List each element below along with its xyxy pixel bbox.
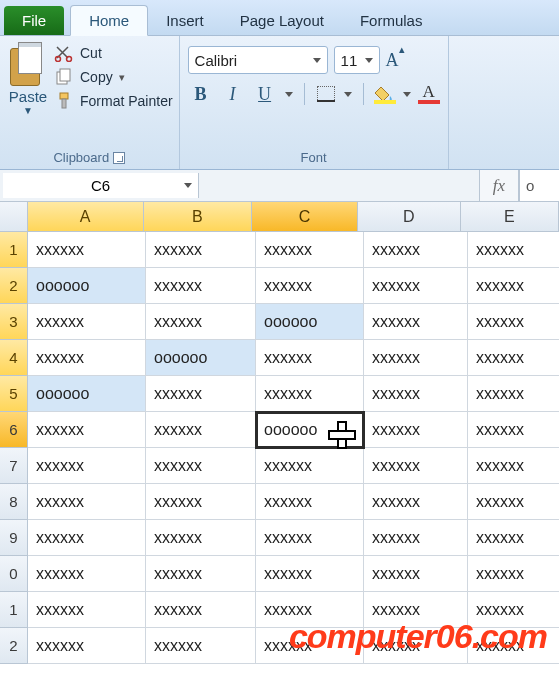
cell[interactable]: xxxxxx — [256, 628, 364, 664]
cell[interactable]: xxxxxx — [256, 340, 364, 376]
cell[interactable]: oooooo — [28, 376, 146, 412]
cell[interactable]: xxxxxx — [28, 484, 146, 520]
tab-file[interactable]: File — [4, 6, 64, 35]
insert-function-button[interactable]: fx — [479, 170, 519, 201]
copy-button[interactable]: Copy ▾ — [54, 68, 173, 86]
cell[interactable]: xxxxxx — [146, 556, 256, 592]
underline-dropdown[interactable] — [284, 92, 294, 97]
cell[interactable]: xxxxxx — [146, 628, 256, 664]
cell[interactable]: xxxxxx — [364, 304, 468, 340]
cell[interactable]: xxxxxx — [468, 592, 559, 628]
tab-insert[interactable]: Insert — [148, 6, 222, 35]
cell[interactable]: oooooo — [256, 412, 364, 448]
cell[interactable]: xxxxxx — [28, 412, 146, 448]
row-header[interactable]: 4 — [0, 340, 28, 376]
cell[interactable]: xxxxxx — [468, 448, 559, 484]
cell[interactable]: oooooo — [146, 340, 256, 376]
cell[interactable]: xxxxxx — [364, 556, 468, 592]
cell[interactable]: oooooo — [28, 268, 146, 304]
row-header[interactable]: 0 — [0, 556, 28, 592]
cell[interactable]: xxxxxx — [146, 268, 256, 304]
cell[interactable]: xxxxxx — [468, 556, 559, 592]
cut-button[interactable]: Cut — [54, 44, 173, 62]
cell[interactable]: xxxxxx — [146, 412, 256, 448]
paste-button[interactable]: Paste ▼ — [6, 40, 54, 148]
cell[interactable]: xxxxxx — [468, 376, 559, 412]
column-header[interactable]: A — [28, 202, 144, 232]
row-header[interactable]: 6 — [0, 412, 28, 448]
cell[interactable]: xxxxxx — [468, 340, 559, 376]
borders-dropdown[interactable] — [343, 92, 353, 97]
tab-page-layout[interactable]: Page Layout — [222, 6, 342, 35]
cell[interactable]: xxxxxx — [468, 520, 559, 556]
cell[interactable]: xxxxxx — [364, 376, 468, 412]
cell[interactable]: xxxxxx — [256, 232, 364, 268]
cell[interactable]: xxxxxx — [468, 304, 559, 340]
row-header[interactable]: 9 — [0, 520, 28, 556]
select-all-corner[interactable] — [0, 202, 28, 232]
clipboard-dialog-launcher[interactable] — [113, 152, 125, 164]
cell[interactable]: xxxxxx — [468, 412, 559, 448]
format-painter-button[interactable]: Format Painter — [54, 92, 173, 110]
tab-formulas[interactable]: Formulas — [342, 6, 441, 35]
cell[interactable]: xxxxxx — [468, 484, 559, 520]
font-name-combo[interactable]: Calibri — [188, 46, 328, 74]
cell[interactable]: xxxxxx — [28, 448, 146, 484]
column-header[interactable]: E — [461, 202, 559, 232]
row-header[interactable]: 2 — [0, 628, 28, 664]
font-size-combo[interactable]: 11 — [334, 46, 380, 74]
cell[interactable]: xxxxxx — [28, 232, 146, 268]
cell[interactable]: xxxxxx — [364, 268, 468, 304]
cell[interactable]: xxxxxx — [256, 268, 364, 304]
cell[interactable]: xxxxxx — [28, 520, 146, 556]
grow-font-button[interactable]: A▴ — [386, 49, 405, 71]
cell[interactable]: xxxxxx — [468, 268, 559, 304]
row-header[interactable]: 7 — [0, 448, 28, 484]
cell[interactable]: xxxxxx — [28, 592, 146, 628]
row-header[interactable]: 1 — [0, 232, 28, 268]
row-header[interactable]: 2 — [0, 268, 28, 304]
cell[interactable]: xxxxxx — [146, 484, 256, 520]
cell[interactable]: xxxxxx — [146, 376, 256, 412]
paste-dropdown[interactable]: ▼ — [23, 105, 33, 116]
cell[interactable]: xxxxxx — [146, 304, 256, 340]
cell[interactable]: xxxxxx — [364, 520, 468, 556]
cell[interactable]: xxxxxx — [468, 628, 559, 664]
font-color-button[interactable]: A — [418, 84, 440, 104]
cell[interactable]: xxxxxx — [256, 448, 364, 484]
row-header[interactable]: 5 — [0, 376, 28, 412]
cell[interactable]: xxxxxx — [28, 340, 146, 376]
cell[interactable]: xxxxxx — [146, 232, 256, 268]
cell[interactable]: xxxxxx — [256, 592, 364, 628]
row-header[interactable]: 1 — [0, 592, 28, 628]
cell[interactable]: xxxxxx — [364, 484, 468, 520]
underline-button[interactable]: U — [252, 82, 278, 106]
cell[interactable]: xxxxxx — [364, 340, 468, 376]
copy-dropdown[interactable]: ▾ — [119, 71, 125, 84]
row-header[interactable]: 3 — [0, 304, 28, 340]
column-header[interactable]: C — [252, 202, 358, 232]
column-header[interactable]: D — [358, 202, 460, 232]
fill-color-dropdown[interactable] — [402, 92, 412, 97]
cell[interactable]: xxxxxx — [256, 556, 364, 592]
cell[interactable]: xxxxxx — [256, 484, 364, 520]
cell[interactable]: xxxxxx — [364, 448, 468, 484]
cell[interactable]: xxxxxx — [364, 232, 468, 268]
cell[interactable]: xxxxxx — [364, 592, 468, 628]
formula-input[interactable]: o — [519, 170, 559, 201]
cell[interactable]: xxxxxx — [146, 520, 256, 556]
cell[interactable]: xxxxxx — [146, 448, 256, 484]
tab-home[interactable]: Home — [70, 5, 148, 36]
cell[interactable]: xxxxxx — [28, 628, 146, 664]
cell[interactable]: xxxxxx — [28, 556, 146, 592]
name-box[interactable]: C6 — [3, 173, 199, 198]
borders-button[interactable] — [315, 84, 337, 104]
bold-button[interactable]: B — [188, 82, 214, 106]
column-header[interactable]: B — [144, 202, 252, 232]
cell[interactable]: xxxxxx — [364, 412, 468, 448]
cell[interactable]: xxxxxx — [146, 592, 256, 628]
cell[interactable]: xxxxxx — [468, 232, 559, 268]
fill-color-button[interactable] — [374, 84, 396, 104]
cell[interactable]: xxxxxx — [28, 304, 146, 340]
italic-button[interactable]: I — [220, 82, 246, 106]
